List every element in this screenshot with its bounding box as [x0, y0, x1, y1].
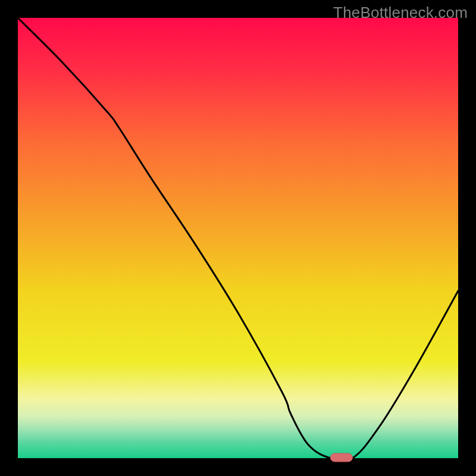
bottleneck-chart — [0, 0, 476, 476]
plot-background — [18, 18, 458, 458]
watermark-label: TheBottleneck.com — [333, 4, 468, 22]
chart-container: TheBottleneck.com — [0, 0, 476, 476]
optimal-marker — [330, 453, 352, 462]
